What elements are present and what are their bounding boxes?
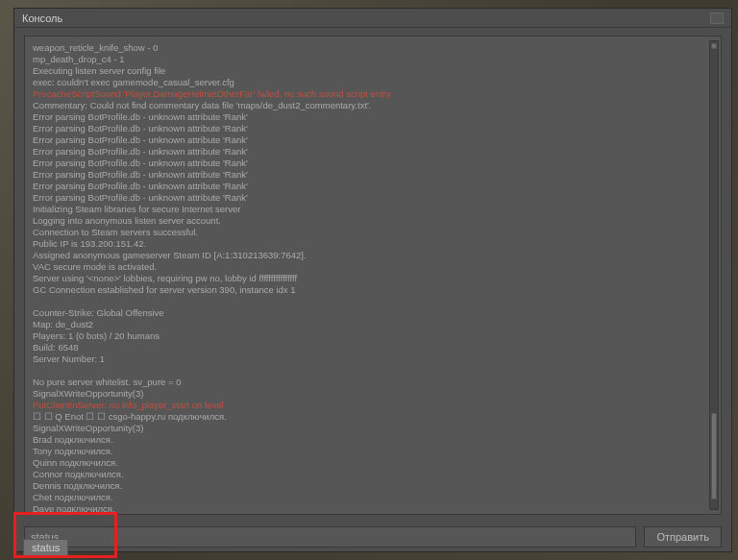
scrollbar-track[interactable]	[709, 40, 719, 510]
console-line: Error parsing BotProfile.db - unknown at…	[33, 181, 713, 192]
console-line: SignalXWriteOpportunity(3)	[33, 388, 713, 400]
console-line: Logging into anonymous listen server acc…	[33, 215, 713, 227]
console-line: Map: de_dust2	[33, 319, 713, 330]
console-line: VAC secure mode is activated.	[33, 261, 713, 273]
console-line: Dave подключился.	[33, 503, 713, 515]
console-line: Error parsing BotProfile.db - unknown at…	[33, 134, 713, 146]
console-line: ☐ ☐ Q Enot ☐ ☐ csgo-happy.ru подключился…	[33, 411, 713, 423]
console-line: Error parsing BotProfile.db - unknown at…	[33, 146, 713, 158]
console-line: Counter-Strike: Global Offensive	[33, 307, 713, 319]
send-button[interactable]: Отправить	[644, 526, 722, 548]
console-line: Server Number: 1	[33, 353, 713, 365]
console-line: Error parsing BotProfile.db - unknown at…	[33, 192, 713, 204]
console-line: Connor подключился.	[33, 469, 713, 480]
console-line: Quinn подключился.	[33, 457, 713, 469]
console-line: Build: 6548	[33, 342, 713, 353]
console-line: Commentary: Could not find commentary da…	[33, 100, 713, 111]
console-line: Players: 1 (0 bots) / 20 humans	[33, 330, 713, 342]
input-row: Отправить	[14, 523, 731, 551]
scrollbar-arrow-up[interactable]	[711, 43, 717, 49]
console-line: PrecacheScriptSound 'Player.DamageHelmet…	[33, 88, 713, 100]
console-line: exec: couldn't exec gamemode_casual_serv…	[33, 77, 713, 88]
console-line: Error parsing BotProfile.db - unknown at…	[33, 169, 713, 181]
console-input[interactable]	[24, 526, 636, 548]
window-title: Консоль	[22, 12, 710, 24]
console-line: Brad подключился.	[33, 434, 713, 446]
console-line: Tony подключился.	[33, 446, 713, 457]
console-line: Initializing Steam libraries for secure …	[33, 204, 713, 215]
console-line: mp_death_drop_c4 - 1	[33, 54, 713, 65]
console-line: PutClientInServer: no info_player_start …	[33, 400, 713, 411]
console-line: Server using '<none>' lobbies, requiring…	[33, 273, 713, 284]
console-line: weapon_reticle_knife_show - 0	[33, 42, 713, 54]
console-line: Error parsing BotProfile.db - unknown at…	[33, 123, 713, 134]
console-line: No pure server whitelist. sv_pure = 0	[33, 377, 713, 388]
scrollbar-thumb[interactable]	[711, 413, 717, 499]
console-line: Executing listen server config file	[33, 65, 713, 77]
console-line: Public IP is 193.200.151.42.	[33, 238, 713, 250]
console-window: Консоль weapon_reticle_knife_show - 0mp_…	[13, 8, 732, 552]
console-line	[33, 296, 713, 307]
console-line: Assigned anonymous gameserver Steam ID […	[33, 250, 713, 261]
console-line: Connection to Steam servers successful.	[33, 227, 713, 238]
autocomplete-suggestion[interactable]: status	[23, 539, 68, 556]
window-controls	[710, 12, 724, 24]
console-line	[33, 365, 713, 377]
console-line: Error parsing BotProfile.db - unknown at…	[33, 111, 713, 123]
console-line: Dennis подключился.	[33, 480, 713, 492]
maximize-button[interactable]	[710, 12, 724, 24]
console-line: Error parsing BotProfile.db - unknown at…	[33, 158, 713, 169]
console-body: weapon_reticle_knife_show - 0mp_death_dr…	[14, 28, 731, 523]
title-bar: Консоль	[14, 9, 731, 28]
console-line: GC Connection established for server ver…	[33, 284, 713, 296]
console-output: weapon_reticle_knife_show - 0mp_death_dr…	[24, 36, 722, 515]
console-line: Chet подключился.	[33, 492, 713, 503]
console-line: SignalXWriteOpportunity(3)	[33, 423, 713, 434]
